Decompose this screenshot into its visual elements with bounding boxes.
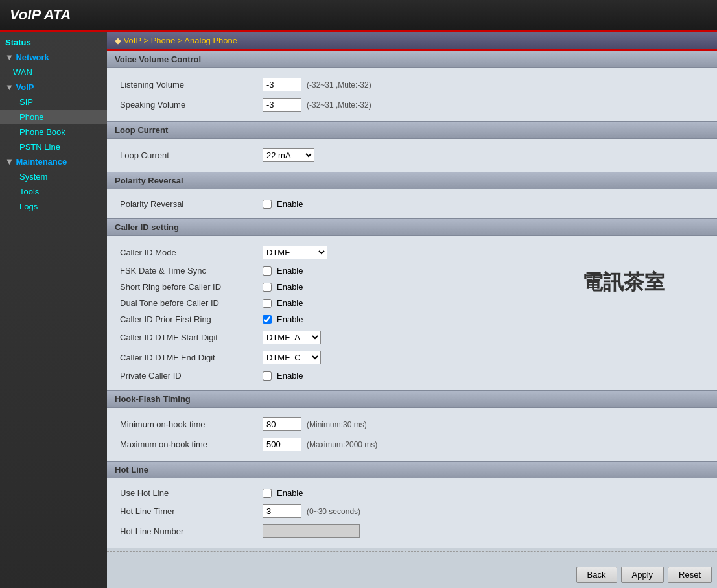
listening-volume-row: Listening Volume (-32~31 ,Mute:-32) [120, 75, 704, 95]
dual-tone-control: Enable [263, 298, 303, 308]
prior-first-ring-label: Caller ID Prior First Ring [120, 314, 263, 324]
listening-volume-input[interactable] [263, 78, 301, 91]
short-ring-enable-label: Enable [277, 282, 303, 292]
breadcrumb: ◆ VoIP > Phone > Analog Phone [107, 32, 717, 51]
max-hook-control: (Maximum:2000 ms) [263, 438, 377, 451]
dtmf-end-control: DTMF_A DTMF_B DTMF_C DTMF_D [263, 351, 321, 364]
dual-tone-enable-label: Enable [277, 298, 303, 308]
dual-tone-checkbox[interactable] [263, 299, 272, 308]
use-hotline-checkbox[interactable] [263, 489, 272, 498]
listening-volume-hint: (-32~31 ,Mute:-32) [307, 80, 371, 89]
use-hotline-row: Use Hot Line Enable [120, 485, 704, 501]
reset-button[interactable]: Reset [668, 567, 712, 583]
dual-tone-label: Dual Tone before Caller ID [120, 298, 263, 308]
sidebar-item-phone[interactable]: Phone [0, 110, 107, 124]
apply-button[interactable]: Apply [621, 567, 664, 583]
speaking-volume-row: Speaking Volume (-32~31 ,Mute:-32) [120, 95, 704, 115]
loop-current-select[interactable]: 20 mA 22 mA 25 mA 30 mA [263, 148, 314, 162]
private-caller-checkbox[interactable] [263, 371, 272, 381]
max-hook-input[interactable] [263, 438, 301, 451]
voice-volume-body: Listening Volume (-32~31 ,Mute:-32) Spea… [107, 68, 717, 121]
private-caller-row: Private Caller ID Enable [120, 368, 704, 384]
speaking-volume-input[interactable] [263, 98, 301, 112]
short-ring-control: Enable [263, 282, 303, 292]
max-hook-hint: (Maximum:2000 ms) [307, 440, 377, 449]
footer: Back Apply Reset [107, 561, 717, 588]
callerid-mode-row: Caller ID Mode DTMF FSK None [120, 242, 704, 263]
polarity-reversal-label: Polarity Reversal [120, 199, 263, 209]
sidebar-item-tools[interactable]: Tools [0, 184, 107, 199]
dtmf-end-select[interactable]: DTMF_A DTMF_B DTMF_C DTMF_D [263, 351, 321, 364]
sidebar-item-wan[interactable]: WAN [0, 65, 107, 80]
hotline-timer-input[interactable] [263, 504, 301, 518]
polarity-reversal-body: Polarity Reversal Enable [107, 189, 717, 218]
private-caller-label: Private Caller ID [120, 371, 263, 381]
callerid-section: Caller ID setting 電訊茶室 Caller ID Mode DT… [107, 218, 717, 390]
hotline-timer-label: Hot Line Timer [120, 506, 263, 516]
private-caller-enable-label: Enable [277, 371, 303, 381]
polarity-reversal-checkbox[interactable] [263, 200, 272, 209]
short-ring-row: Short Ring before Caller ID Enable [120, 279, 704, 295]
loop-current-control: 20 mA 22 mA 25 mA 30 mA [263, 148, 314, 162]
hookflash-section: Hook-Flash Timing Minimum on-hook time (… [107, 390, 717, 461]
polarity-reversal-section: Polarity Reversal Polarity Reversal Enab… [107, 172, 717, 218]
voice-volume-section: Voice Volume Control Listening Volume (-… [107, 51, 717, 121]
min-hook-control: (Minimum:30 ms) [263, 417, 367, 431]
hotline-timer-hint: (0~30 seconds) [307, 507, 360, 516]
max-hook-label: Maximum on-hook time [120, 440, 263, 449]
sidebar-item-pstn[interactable]: PSTN Line [0, 139, 107, 154]
polarity-reversal-header: Polarity Reversal [107, 172, 717, 189]
loop-current-header: Loop Current [107, 121, 717, 139]
voice-volume-header: Voice Volume Control [107, 51, 717, 68]
loop-current-body: Loop Current 20 mA 22 mA 25 mA 30 mA [107, 139, 717, 172]
speaking-volume-control: (-32~31 ,Mute:-32) [263, 98, 371, 112]
dtmf-start-label: Caller ID DTMF Start Digit [120, 333, 263, 342]
hotline-section: Hot Line Use Hot Line Enable Hot Line Ti… [107, 461, 717, 548]
sidebar-item-system[interactable]: System [0, 169, 107, 184]
hotline-timer-row: Hot Line Timer (0~30 seconds) [120, 501, 704, 521]
prior-first-ring-enable-label: Enable [277, 314, 303, 324]
callerid-body: 電訊茶室 Caller ID Mode DTMF FSK None FSK Da… [107, 236, 717, 390]
loop-current-section: Loop Current Loop Current 20 mA 22 mA 25… [107, 121, 717, 172]
callerid-mode-control: DTMF FSK None [263, 246, 327, 259]
dtmf-start-control: DTMF_A DTMF_B DTMF_C DTMF_D [263, 331, 321, 344]
short-ring-checkbox[interactable] [263, 283, 272, 292]
hotline-header: Hot Line [107, 461, 717, 478]
speaking-volume-hint: (-32~31 ,Mute:-32) [307, 100, 371, 110]
hookflash-header: Hook-Flash Timing [107, 390, 717, 408]
hotline-number-input[interactable] [263, 524, 360, 538]
dtmf-end-label: Caller ID DTMF End Digit [120, 353, 263, 362]
sidebar-item-phonebook[interactable]: Phone Book [0, 124, 107, 139]
prior-first-ring-checkbox[interactable] [263, 315, 272, 324]
listening-volume-label: Listening Volume [120, 80, 263, 89]
polarity-reversal-control: Enable [263, 199, 303, 209]
prior-first-ring-row: Caller ID Prior First Ring Enable [120, 311, 704, 327]
hotline-number-control [263, 524, 360, 538]
speaking-volume-label: Speaking Volume [120, 100, 263, 110]
app-title: VoIP ATA [10, 6, 71, 23]
back-button[interactable]: Back [576, 567, 617, 583]
dtmf-end-row: Caller ID DTMF End Digit DTMF_A DTMF_B D… [120, 347, 704, 368]
sidebar-item-status[interactable]: Status [0, 35, 107, 50]
dtmf-start-row: Caller ID DTMF Start Digit DTMF_A DTMF_B… [120, 327, 704, 347]
min-hook-input[interactable] [263, 417, 301, 431]
sidebar-item-logs[interactable]: Logs [0, 199, 107, 214]
fsk-sync-checkbox[interactable] [263, 266, 272, 276]
loop-current-row: Loop Current 20 mA 22 mA 25 mA 30 mA [120, 145, 704, 165]
use-hotline-label: Use Hot Line [120, 488, 263, 498]
sidebar-item-maintenance[interactable]: ▼ Maintenance [0, 154, 107, 169]
sidebar-item-sip[interactable]: SIP [0, 95, 107, 110]
fsk-sync-label: FSK Date & Time Sync [120, 266, 263, 276]
sidebar-item-voip[interactable]: ▼ VoIP [0, 80, 107, 95]
dtmf-start-select[interactable]: DTMF_A DTMF_B DTMF_C DTMF_D [263, 331, 321, 344]
prior-first-ring-control: Enable [263, 314, 303, 324]
callerid-mode-select[interactable]: DTMF FSK None [263, 246, 327, 259]
fsk-sync-control: Enable [263, 266, 303, 276]
use-hotline-enable-label: Enable [277, 488, 303, 498]
hookflash-body: Minimum on-hook time (Minimum:30 ms) Max… [107, 408, 717, 461]
sidebar: Status ▼ Network WAN ▼ VoIP SIP Phone Ph… [0, 32, 107, 588]
fsk-sync-enable-label: Enable [277, 266, 303, 276]
app-header: VoIP ATA [0, 0, 717, 32]
hotline-number-row: Hot Line Number [120, 521, 704, 541]
sidebar-item-network[interactable]: ▼ Network [0, 50, 107, 65]
